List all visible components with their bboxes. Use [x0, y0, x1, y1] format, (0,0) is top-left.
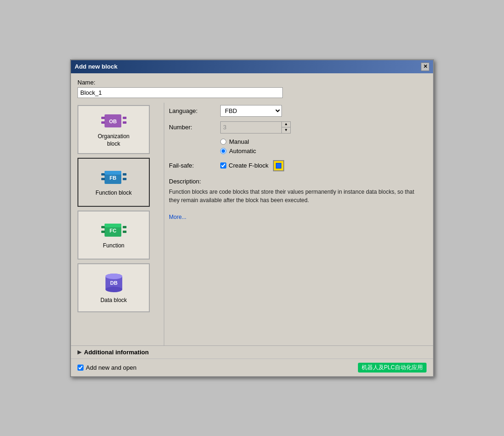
main-area: OB Organizationblock	[77, 103, 427, 345]
svg-rect-9	[123, 173, 126, 176]
name-input[interactable]	[77, 87, 283, 98]
bottom-left: Add new and open	[77, 364, 136, 371]
bottom-bar: Add new and open 机器人及PLC自动化应用	[71, 359, 433, 376]
svg-text:DB: DB	[110, 280, 118, 286]
dialog-title: Add new block	[75, 63, 118, 70]
add-new-block-dialog: Add new block ✕ Name:	[70, 59, 434, 377]
number-down-button[interactable]: ▼	[282, 127, 290, 133]
svg-rect-4	[123, 121, 126, 124]
fc-icon: FC	[101, 220, 127, 240]
additional-info-label: Additional information	[84, 349, 149, 356]
block-item-fb[interactable]: FB Function block	[77, 158, 150, 207]
radio-automatic-label: Automatic	[229, 148, 256, 155]
svg-rect-17	[123, 231, 126, 233]
fc-label: Function	[103, 242, 124, 250]
svg-point-23	[105, 274, 122, 279]
failsafe-inner-icon	[276, 163, 281, 169]
block-list: OB Organizationblock	[77, 103, 164, 345]
fb-label: Function block	[96, 190, 132, 197]
language-select-wrapper: FBD LAD STL SCL	[220, 105, 282, 117]
svg-rect-11	[105, 171, 121, 175]
name-label: Name:	[77, 79, 427, 86]
radio-manual-label: Manual	[229, 138, 249, 145]
add-new-checkbox-item[interactable]: Add new and open	[77, 364, 136, 371]
dialog-body: Name:	[71, 73, 433, 345]
svg-point-22	[105, 287, 122, 292]
number-input[interactable]	[221, 122, 281, 132]
additional-info-section[interactable]: ▶ Additional information	[71, 345, 433, 359]
svg-rect-10	[123, 178, 126, 180]
add-new-label: Add new and open	[86, 364, 136, 371]
name-section: Name:	[77, 79, 427, 98]
right-panel: Language: FBD LAD STL SCL	[164, 103, 427, 345]
wechat-text: 机器人及PLC自动化应用	[362, 364, 423, 371]
close-button[interactable]: ✕	[421, 63, 429, 71]
db-label: Data block	[100, 297, 127, 304]
language-row: Language: FBD LAD STL SCL	[169, 105, 422, 117]
radio-automatic-item[interactable]: Automatic	[220, 148, 422, 155]
svg-rect-8	[101, 178, 105, 180]
failsafe-label: Fail-safe:	[169, 162, 220, 169]
failsafe-row: Fail-safe: Create F-block	[169, 160, 422, 171]
svg-rect-18	[105, 224, 121, 227]
svg-text:FC: FC	[109, 228, 116, 233]
svg-rect-16	[123, 226, 126, 228]
add-new-checkbox[interactable]	[77, 365, 84, 371]
language-label: Language:	[169, 107, 220, 114]
fb-icon: FB	[101, 167, 127, 188]
svg-rect-1	[101, 117, 105, 119]
wechat-badge: 机器人及PLC自动化应用	[358, 363, 427, 373]
more-link[interactable]: More...	[169, 214, 422, 220]
number-row: Number: ▲ ▼	[169, 121, 422, 134]
svg-rect-2	[101, 121, 105, 124]
svg-text:FB: FB	[109, 175, 116, 181]
svg-rect-7	[101, 173, 105, 176]
svg-text:OB: OB	[109, 119, 117, 124]
collapse-arrow-icon: ▶	[77, 349, 81, 355]
svg-rect-3	[123, 117, 126, 119]
failsafe-checkbox-item[interactable]: Create F-block	[220, 162, 268, 169]
number-wrapper: ▲ ▼	[220, 121, 291, 134]
language-select[interactable]: FBD LAD STL SCL	[221, 105, 281, 116]
block-item-fc[interactable]: FC Function	[77, 211, 150, 260]
block-item-db[interactable]: DB Data block	[77, 263, 150, 312]
failsafe-icon	[273, 160, 284, 171]
title-bar: Add new block ✕	[71, 60, 433, 73]
number-label: Number:	[169, 124, 220, 131]
ob-label: Organizationblock	[98, 133, 129, 148]
block-item-ob[interactable]: OB Organizationblock	[77, 105, 150, 154]
description-title: Description:	[169, 178, 422, 185]
failsafe-checkbox-label: Create F-block	[229, 162, 268, 169]
ob-icon: OB	[101, 111, 127, 131]
svg-rect-15	[101, 231, 105, 233]
description-section: Description: Function blocks are code bl…	[169, 178, 422, 204]
number-control: ▲ ▼	[220, 121, 291, 134]
radio-group: Manual Automatic	[220, 138, 422, 155]
failsafe-checkbox[interactable]	[220, 162, 226, 169]
radio-manual[interactable]	[220, 139, 226, 145]
description-text: Function blocks are code blocks that sto…	[169, 188, 422, 204]
svg-rect-14	[101, 226, 105, 228]
number-spinners: ▲ ▼	[281, 122, 290, 133]
radio-automatic[interactable]	[220, 148, 226, 154]
db-icon: DB	[101, 271, 127, 295]
number-up-button[interactable]: ▲	[282, 122, 290, 127]
language-control: FBD LAD STL SCL	[220, 105, 282, 117]
radio-manual-item[interactable]: Manual	[220, 138, 422, 145]
